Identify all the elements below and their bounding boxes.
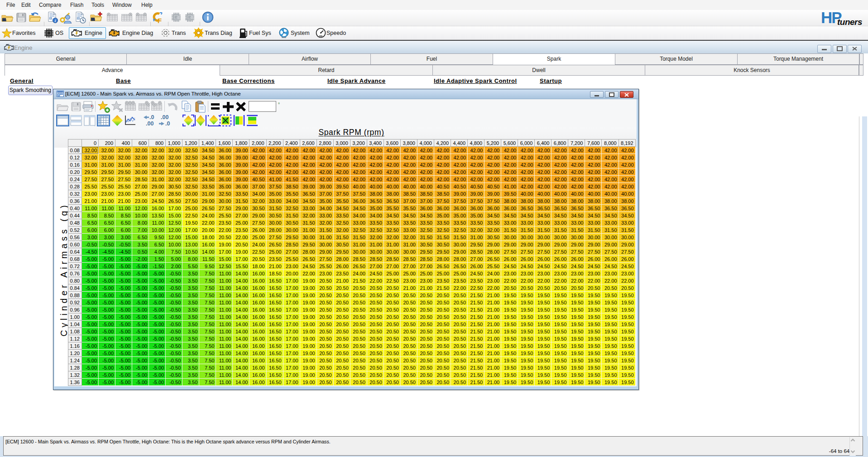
svg-text:.0: .0 — [165, 120, 170, 127]
svg-text:.00: .00 — [146, 120, 153, 127]
svg-text:.0: .0 — [149, 114, 154, 120]
svg-text:F: F — [158, 17, 162, 24]
svg-text:.00: .00 — [161, 114, 168, 120]
